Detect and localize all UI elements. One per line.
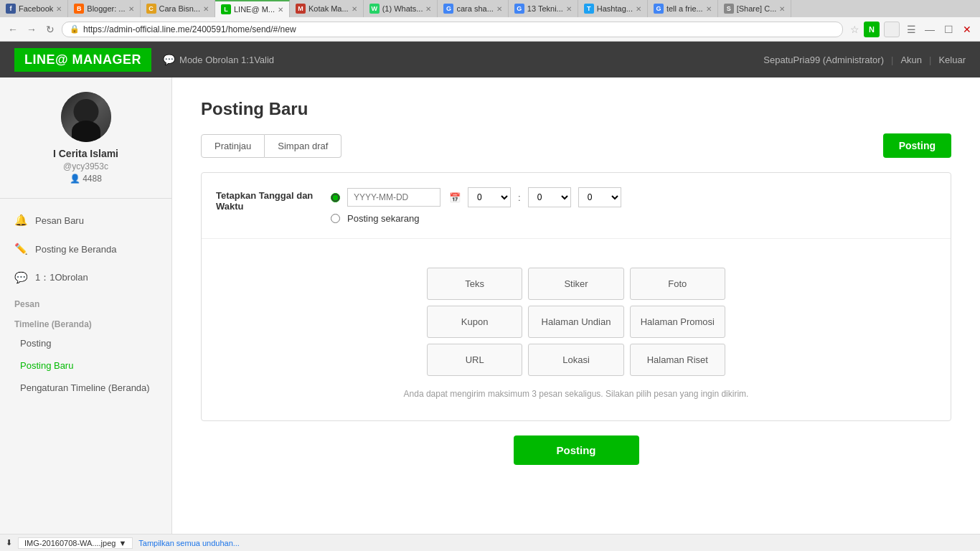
logout-link[interactable]: Keluar (938, 55, 966, 65)
tab-9[interactable]: G tell a frie... ✕ (648, 0, 718, 17)
bookmark-icon[interactable]: ☆ (850, 24, 859, 35)
download-icon: ⬇ (6, 538, 12, 547)
datetime-label: Tetapkan Tanggal dan Waktu (216, 187, 331, 212)
bell-icon: 🔔 (14, 214, 28, 227)
reload-button[interactable]: ↻ (43, 22, 57, 37)
sidebar-item-label: Posting ke Beranda (35, 244, 116, 255)
content-area: Posting Baru Pratinjau Simpan draf Posti… (172, 77, 980, 551)
app-header: LINE@ MANAGER 💬 Mode Obrolan 1:1Valid Se… (0, 42, 980, 77)
message-type-grid: TeksStikerFotoKuponHalaman UndianHalaman… (427, 268, 725, 376)
sidebar-item-pesan-baru[interactable]: 🔔 Pesan Baru (0, 206, 171, 235)
back-button[interactable]: ← (6, 22, 20, 37)
edit-icon: ✏️ (14, 242, 28, 255)
status-bar: ⬇ IMG-20160708-WA....jpeg ▼ Tampilkan se… (0, 534, 980, 551)
message-type-row: TeksStikerFotoKuponHalaman UndianHalaman… (202, 239, 951, 420)
hour-select[interactable]: 0 (468, 187, 511, 207)
profile-name: I Cerita Islami (53, 148, 118, 159)
msg-type-btn-halaman-promosi[interactable]: Halaman Promosi (630, 306, 725, 338)
settings-card: Tetapkan Tanggal dan Waktu 📅 0 : (201, 172, 951, 421)
sidebar: I Cerita Islami @ycy3953c 👤 4488 🔔 Pesan… (0, 77, 172, 551)
sidebar-sub-posting[interactable]: Posting (0, 332, 171, 354)
profile-followers: 👤 4488 (70, 174, 102, 184)
action-bar: Pratinjau Simpan draf Posting (201, 133, 951, 158)
post-button-bottom[interactable]: Posting (514, 435, 639, 465)
second-select[interactable]: 0 (578, 187, 621, 207)
action-buttons-left: Pratinjau Simpan draf (201, 134, 341, 158)
tab-2[interactable]: C Cara Bisn... ✕ (141, 0, 215, 17)
section-timeline: Timeline (Beranda) (0, 312, 171, 332)
download-filename: IMG-20160708-WA....jpeg (24, 539, 116, 547)
download-item[interactable]: IMG-20160708-WA....jpeg ▼ (18, 537, 133, 549)
save-draft-button[interactable]: Simpan draf (265, 134, 341, 158)
sidebar-item-posting[interactable]: ✏️ Posting ke Beranda (0, 235, 171, 263)
tab-7[interactable]: G 13 Tekni... ✕ (509, 0, 578, 17)
close-icon[interactable]: ✕ (960, 22, 974, 37)
immediate-radio[interactable] (331, 214, 340, 223)
avatar (61, 92, 111, 142)
chat-icon: 💬 (163, 54, 175, 65)
sidebar-nav: 🔔 Pesan Baru ✏️ Posting ke Beranda 💬 1：1… (0, 206, 171, 399)
tab-5[interactable]: W (1) Whats... ✕ (364, 0, 438, 17)
tab-0[interactable]: f Facebook ✕ (0, 0, 68, 17)
time-separator: : (518, 192, 521, 203)
date-input[interactable] (347, 188, 440, 207)
chat-icon: 💬 (14, 271, 28, 284)
msg-type-btn-foto[interactable]: Foto (630, 268, 725, 300)
msg-type-btn-halaman-undian[interactable]: Halaman Undian (528, 306, 623, 338)
msg-type-btn-url[interactable]: URL (427, 344, 522, 376)
msg-type-btn-halaman-riset[interactable]: Halaman Riset (630, 344, 725, 376)
followers-count: 4488 (83, 174, 102, 184)
msg-type-btn-stiker[interactable]: Stiker (528, 268, 623, 300)
lock-icon: 🔒 (70, 24, 80, 34)
sidebar-sub-pengaturan[interactable]: Pengaturan Timeline (Beranda) (0, 377, 171, 399)
page-title: Posting Baru (201, 99, 951, 119)
forward-button[interactable]: → (24, 22, 39, 37)
sidebar-profile: I Cerita Islami @ycy3953c 👤 4488 (0, 92, 171, 199)
url-text: https://admin-official.line.me/2400591/h… (83, 24, 296, 34)
line-extension-icon[interactable]: N (864, 22, 880, 37)
post-button-top[interactable]: Posting (883, 133, 951, 158)
immediate-label: Posting sekarang (347, 213, 419, 224)
sidebar-item-label: 1：1Obrolan (35, 271, 88, 284)
url-bar[interactable]: 🔒 https://admin-official.line.me/2400591… (62, 22, 843, 37)
extension-icon-2[interactable] (884, 22, 900, 37)
sidebar-sub-posting-baru[interactable]: Posting Baru (0, 354, 171, 377)
tab-3[interactable]: L LINE@ M... ✕ (215, 0, 290, 17)
account-link[interactable]: Akun (900, 55, 922, 65)
download-arrow: ▼ (118, 539, 126, 547)
message-info-text: Anda dapat mengirim maksimum 3 pesan sek… (404, 389, 749, 399)
tab-bar: f Facebook ✕ B Blogger: ... ✕ C Cara Bis… (0, 0, 980, 17)
app-logo: LINE@ MANAGER (14, 48, 151, 72)
minute-select[interactable]: 0 (528, 187, 571, 207)
preview-button[interactable]: Pratinjau (201, 134, 265, 158)
user-info: SepatuPria99 (Administrator) (763, 55, 884, 65)
show-all-link[interactable]: Tampilkan semua unduhan... (138, 539, 240, 547)
maximize-icon[interactable]: ☐ (941, 22, 956, 37)
tab-8[interactable]: T Hashtag... ✕ (578, 0, 648, 17)
calendar-icon: 📅 (449, 192, 461, 203)
settings-icon[interactable]: ☰ (904, 22, 918, 37)
followers-icon: 👤 (70, 174, 80, 184)
tab-1[interactable]: B Blogger: ... ✕ (68, 0, 140, 17)
section-pesan: Pesan (0, 292, 171, 312)
tab-4[interactable]: M Kotak Ma... ✕ (290, 0, 364, 17)
tab-6[interactable]: G cara sha... ✕ (438, 0, 508, 17)
minimize-icon[interactable]: — (923, 22, 937, 37)
datetime-row: Tetapkan Tanggal dan Waktu 📅 0 : (202, 173, 951, 239)
download-bar: ⬇ IMG-20160708-WA....jpeg ▼ Tampilkan se… (6, 537, 240, 549)
msg-type-btn-kupon[interactable]: Kupon (427, 306, 522, 338)
sidebar-item-label: Pesan Baru (35, 215, 84, 226)
schedule-radio[interactable] (331, 193, 340, 202)
profile-handle: @ycy3953c (63, 161, 108, 171)
sidebar-item-chat[interactable]: 💬 1：1Obrolan (0, 263, 171, 292)
mode-label: Mode Obrolan 1:1Valid (179, 55, 274, 65)
tab-10[interactable]: S [Share] C... ✕ (718, 0, 792, 17)
mode-badge: 💬 Mode Obrolan 1:1Valid (163, 54, 274, 65)
address-bar: ← → ↻ 🔒 https://admin-official.line.me/2… (0, 17, 980, 42)
msg-type-btn-lokasi[interactable]: Lokasi (528, 344, 623, 376)
msg-type-btn-teks[interactable]: Teks (427, 268, 522, 300)
bottom-action: Posting (201, 435, 951, 465)
